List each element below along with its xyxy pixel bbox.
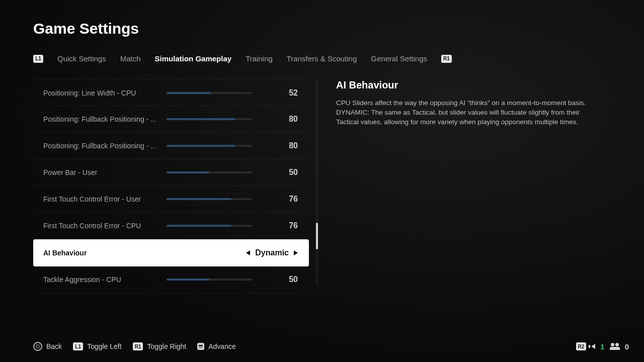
detail-title: AI Behaviour [336,79,603,91]
tab-simulation-gameplay[interactable]: Simulation Gameplay [155,54,232,63]
row-value: 76 [278,221,298,230]
slider[interactable] [167,225,252,227]
row-label: Positioning: Fullback Positioning - ... [43,115,162,123]
hint-back[interactable]: Back [33,342,62,351]
settings-row[interactable]: AI BehaviourDynamic [33,239,309,266]
speaker-icon [591,344,595,349]
settings-row[interactable]: First Touch Control Error - User76 [33,186,309,213]
scrollbar-thumb[interactable] [316,223,318,249]
settings-row[interactable]: First Touch Control Error - CPU76 [33,213,309,239]
settings-row[interactable]: Positioning: Fullback Positioning - ...8… [33,106,309,133]
r1-bumper-icon: R1 [441,55,452,63]
settings-list: Positioning: Line Width - CPU52Positioni… [33,79,309,296]
row-label: Tackle Aggression - CPU [43,276,162,284]
tab-general-settings[interactable]: General Settings [371,54,427,63]
scrollbar[interactable] [316,79,318,286]
row-label: First Touch Control Error - User [43,195,162,203]
hint-label: Toggle Right [147,342,186,350]
settings-row[interactable]: Tackle Aggression - CPU50 [33,266,309,293]
tab-transfers-scouting[interactable]: Transfers & Scouting [287,54,357,63]
select-value[interactable]: Dynamic [246,248,298,257]
tab-training[interactable]: Training [246,54,273,63]
slider[interactable] [167,92,252,94]
hint-label: Toggle Left [87,342,122,350]
row-value: 50 [278,275,298,284]
select-label: Dynamic [255,248,289,257]
chevron-left-icon[interactable] [246,250,250,255]
page-title: Game Settings [33,20,139,37]
l1-bumper-icon: L1 [33,55,43,63]
back-button-icon [33,342,42,351]
tab-match[interactable]: Match [120,54,141,63]
slider[interactable] [167,279,252,281]
row-label: AI Behaviour [43,249,162,257]
settings-row[interactable]: Power Bar - User50 [33,159,309,186]
detail-description: CPU Sliders affect the way the opposing … [336,98,603,127]
voice-count: 1 [600,342,604,351]
chevron-right-icon[interactable] [294,250,298,255]
tab-quick-settings[interactable]: Quick Settings [57,54,106,63]
r2-bumper-icon: R2 [576,342,587,350]
settings-row[interactable]: Positioning: Line Width - CPU52 [33,79,309,106]
hint-advance[interactable]: Advance [197,342,235,350]
l1-bumper-icon: L1 [73,342,83,350]
hint-toggle-left[interactable]: L1 Toggle Left [73,342,122,350]
row-label: Positioning: Fullback Positioning - ... [43,142,162,150]
row-value: 52 [278,88,298,98]
slider[interactable] [167,118,252,120]
row-value: 50 [278,168,298,177]
hint-label: Back [46,342,62,350]
slider[interactable] [167,171,252,173]
slider[interactable] [167,198,252,200]
row-value: 80 [278,141,298,150]
settings-row[interactable]: Positioning: Fullback Positioning - ...8… [33,133,309,159]
r1-bumper-icon: R1 [133,342,143,350]
party-count: 0 [625,342,629,351]
row-label: Positioning: Line Width - CPU [43,89,162,97]
row-label: Power Bar - User [43,168,162,176]
menu-button-icon [197,343,204,350]
tab-bar: L1 Quick Settings Match Simulation Gamep… [33,54,452,63]
party-icon [610,343,620,350]
row-value: 76 [278,195,298,204]
row-label: First Touch Control Error - CPU [43,222,162,230]
detail-panel: AI Behaviour CPU Sliders affect the way … [336,79,603,296]
footer-hints: Back L1 Toggle Left R1 Toggle Right Adva… [33,342,629,351]
slider[interactable] [167,145,252,147]
hint-toggle-right[interactable]: R1 Toggle Right [133,342,187,350]
hint-label: Advance [208,342,235,350]
row-value: 80 [278,115,298,124]
